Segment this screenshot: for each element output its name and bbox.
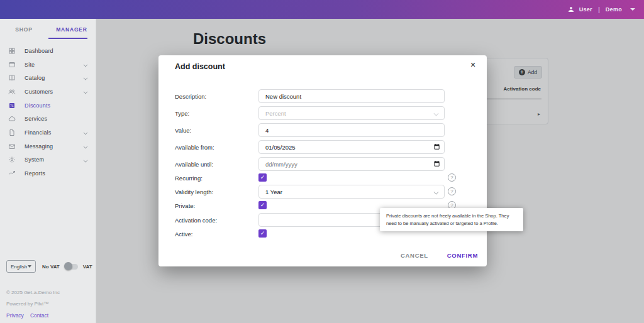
available-until-label: Available until: [175, 161, 213, 168]
form-row-available-until: Available until: [158, 157, 487, 171]
sidebar-item-system[interactable]: System [0, 153, 96, 167]
description-label: Description: [175, 93, 206, 100]
available-until-input[interactable] [258, 157, 445, 171]
form-row-type: Type: Percent [158, 106, 487, 120]
private-label: Private: [175, 202, 195, 209]
language-vat-row: English No VAT VAT [6, 260, 92, 273]
copyright-text: © 2025 Get-a-Demo Inc [6, 290, 60, 295]
form-row-value: Value: [158, 123, 487, 137]
form-row-available-from: Available from: [158, 140, 487, 154]
dashboard-icon [8, 47, 16, 55]
messaging-icon [8, 143, 16, 150]
sidebar-item-reports[interactable]: Reports [0, 167, 96, 180]
help-icon[interactable]: ? [448, 173, 456, 182]
add-discount-modal: Add discount × Description: Type: Percen… [158, 55, 487, 266]
toggle-knob [64, 262, 72, 270]
tab-manager[interactable]: MANAGER [48, 19, 96, 40]
vat-toggle[interactable] [65, 264, 78, 270]
available-from-label: Available from: [175, 144, 214, 151]
type-label: Type: [175, 110, 189, 117]
validity-length-value: 1 Year [265, 189, 282, 195]
sidebar-item-site[interactable]: Site [0, 58, 96, 72]
form-row-validity-length: Validity length: 1 Year ? [158, 185, 487, 199]
financials-icon [8, 129, 16, 136]
form-row-recurring: Recurring: ✓ ? [158, 173, 487, 182]
recurring-checkbox[interactable]: ✓ [258, 173, 267, 182]
value-input[interactable] [258, 123, 445, 137]
active-label: Active: [175, 231, 193, 238]
sidebar-nav: Dashboard Site Catalog Customers Discoun… [0, 44, 96, 180]
active-checkbox[interactable]: ✓ [258, 229, 267, 238]
vat-label: VAT [83, 264, 92, 270]
app-screen: User | Demo SHOP MANAGER Dashboard Site … [0, 0, 644, 323]
chevron-down-icon[interactable] [84, 145, 87, 148]
top-bar: User | Demo [0, 0, 644, 19]
sidebar-item-customers[interactable]: Customers [0, 85, 96, 99]
discounts-icon [8, 102, 16, 109]
chevron-down-icon[interactable] [84, 63, 87, 67]
catalog-icon [8, 74, 16, 82]
private-help-tooltip: Private discounts are not freely availab… [380, 208, 523, 231]
private-checkbox[interactable]: ✓ [258, 201, 267, 209]
sidebar: SHOP MANAGER Dashboard Site Catalog Cust… [0, 19, 96, 323]
description-input[interactable] [258, 89, 445, 103]
modal-actions: CANCEL CONFIRM [399, 249, 479, 261]
validity-length-select[interactable]: 1 Year [258, 185, 445, 199]
type-select[interactable]: Percent [258, 106, 445, 120]
account-menu[interactable]: Demo [606, 6, 622, 13]
topbar-separator: | [598, 6, 600, 13]
site-icon [8, 61, 16, 68]
sidebar-footer: © 2025 Get-a-Demo Inc Powered by Pilvi™ … [6, 290, 60, 319]
sidebar-item-catalog[interactable]: Catalog [0, 71, 96, 85]
sidebar-item-dashboard[interactable]: Dashboard [0, 44, 96, 58]
close-icon[interactable]: × [468, 60, 478, 70]
powered-by-text: Powered by Pilvi™ [6, 301, 60, 307]
chevron-down-icon[interactable] [630, 8, 635, 11]
sidebar-item-discounts[interactable]: Discounts [0, 99, 96, 112]
sidebar-tabs: SHOP MANAGER [0, 19, 96, 40]
sidebar-item-services[interactable]: Services [0, 112, 96, 126]
sidebar-item-messaging[interactable]: Messaging [0, 140, 96, 153]
cancel-button[interactable]: CANCEL [399, 249, 430, 261]
available-from-input[interactable] [258, 140, 445, 154]
chevron-down-icon[interactable] [84, 131, 87, 134]
tooltip-text: Private discounts are not freely availab… [386, 212, 517, 227]
chevron-down-icon [434, 111, 438, 116]
activation-code-label: Activation code: [175, 217, 217, 224]
help-icon[interactable]: ? [448, 187, 456, 195]
value-label: Value: [175, 127, 191, 134]
language-select[interactable]: English [6, 260, 36, 273]
system-icon [8, 156, 16, 163]
chevron-down-icon [434, 190, 438, 194]
modal-title: Add discount [175, 62, 225, 71]
services-icon [8, 115, 16, 123]
privacy-link[interactable]: Privacy [6, 312, 24, 319]
reports-icon [8, 170, 16, 177]
confirm-button[interactable]: CONFIRM [446, 249, 479, 261]
no-vat-label: No VAT [42, 264, 60, 270]
user-icon [567, 6, 575, 13]
active-tab-underline [48, 38, 87, 39]
calendar-icon[interactable] [433, 160, 440, 167]
validity-length-label: Validity length: [175, 189, 213, 195]
type-select-value: Percent [265, 110, 286, 117]
sidebar-item-financials[interactable]: Financials [0, 126, 96, 140]
chevron-down-icon[interactable] [84, 76, 87, 80]
tab-shop[interactable]: SHOP [0, 19, 48, 40]
chevron-down-icon [28, 265, 31, 268]
contact-link[interactable]: Contact [30, 312, 48, 319]
chevron-down-icon[interactable] [84, 158, 87, 162]
user-label: User [579, 6, 592, 13]
form-row-description: Description: [158, 89, 487, 103]
customers-icon [8, 88, 16, 96]
chevron-down-icon[interactable] [84, 90, 87, 94]
recurring-label: Recurring: [175, 175, 203, 182]
calendar-icon[interactable] [433, 143, 440, 150]
